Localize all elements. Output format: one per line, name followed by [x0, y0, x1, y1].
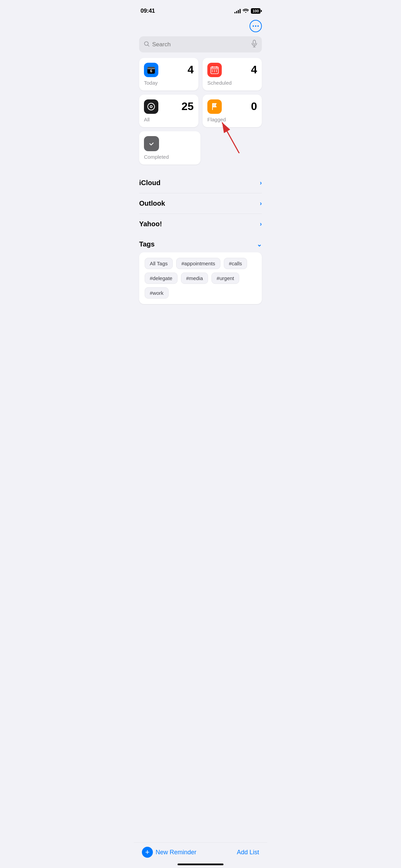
outlook-chevron: ›	[260, 200, 262, 207]
tag-calls[interactable]: #calls	[224, 258, 247, 269]
scheduled-card[interactable]: 4 Scheduled	[203, 58, 262, 91]
completed-label: Completed	[144, 154, 196, 160]
all-card[interactable]: 25 All	[139, 95, 198, 127]
scheduled-label: Scheduled	[207, 80, 257, 86]
more-dots-icon	[253, 25, 259, 27]
search-icon	[144, 41, 149, 48]
header-actions	[134, 17, 267, 34]
tag-media[interactable]: #media	[181, 273, 208, 284]
completed-section: Completed	[134, 131, 267, 165]
status-icons: 100	[234, 8, 260, 14]
yahoo-section[interactable]: Yahoo! ›	[139, 214, 262, 234]
tags-label: Tags	[139, 240, 155, 248]
status-time: 09:41	[141, 8, 155, 14]
svg-rect-9	[147, 68, 155, 69]
signal-icon	[234, 9, 241, 13]
svg-point-26	[148, 140, 155, 147]
today-card[interactable]: 6 4 Today	[139, 58, 198, 91]
status-bar: 09:41 100	[134, 0, 267, 17]
more-button[interactable]	[250, 20, 262, 32]
icloud-section[interactable]: iCloud ›	[139, 173, 262, 193]
scheduled-icon	[207, 63, 222, 77]
today-label: Today	[144, 80, 194, 86]
today-count: 4	[187, 64, 194, 75]
search-bar[interactable]	[139, 36, 262, 52]
flagged-icon	[207, 99, 222, 114]
today-icon: 6	[144, 63, 158, 77]
svg-rect-17	[216, 70, 217, 71]
tags-chevron-icon[interactable]: ⌄	[257, 241, 262, 248]
smart-lists-grid: 6 4 Today	[134, 58, 267, 127]
tag-all-tags[interactable]: All Tags	[145, 258, 173, 269]
yahoo-label: Yahoo!	[139, 220, 162, 228]
icloud-label: iCloud	[139, 179, 160, 187]
wifi-icon	[243, 8, 249, 14]
svg-point-23	[150, 106, 152, 107]
flagged-card[interactable]: 0 Flagged	[203, 95, 262, 127]
tag-urgent[interactable]: #urgent	[211, 273, 239, 284]
all-label: All	[144, 117, 194, 122]
outlook-section[interactable]: Outlook ›	[139, 193, 262, 214]
svg-line-1	[148, 45, 149, 46]
battery-icon: 100	[251, 8, 260, 14]
svg-rect-12	[211, 68, 218, 69]
svg-rect-19	[214, 71, 215, 72]
flagged-label: Flagged	[207, 117, 257, 122]
svg-rect-2	[253, 40, 256, 44]
tags-container: All Tags #appointments #calls #delegate …	[139, 252, 262, 304]
all-count: 25	[181, 101, 194, 112]
svg-rect-20	[216, 71, 217, 72]
svg-rect-16	[214, 70, 215, 71]
completed-icon	[144, 136, 159, 151]
svg-rect-15	[212, 70, 213, 71]
completed-card[interactable]: Completed	[139, 131, 200, 165]
tag-delegate[interactable]: #delegate	[145, 273, 178, 284]
account-sections: iCloud › Outlook › Yahoo! ›	[134, 173, 267, 234]
tags-header: Tags ⌄	[139, 234, 262, 252]
tag-appointments[interactable]: #appointments	[176, 258, 220, 269]
all-icon	[144, 99, 158, 114]
tags-section: Tags ⌄ All Tags #appointments #calls #de…	[134, 234, 267, 304]
tag-work[interactable]: #work	[145, 287, 169, 299]
svg-text:6: 6	[150, 69, 152, 73]
scheduled-count: 4	[251, 64, 257, 75]
svg-rect-18	[212, 71, 213, 72]
microphone-icon[interactable]	[252, 40, 257, 49]
icloud-chevron: ›	[260, 179, 262, 186]
outlook-label: Outlook	[139, 200, 165, 207]
yahoo-chevron: ›	[260, 220, 262, 228]
flagged-count: 0	[251, 101, 257, 112]
search-input[interactable]	[152, 41, 249, 48]
